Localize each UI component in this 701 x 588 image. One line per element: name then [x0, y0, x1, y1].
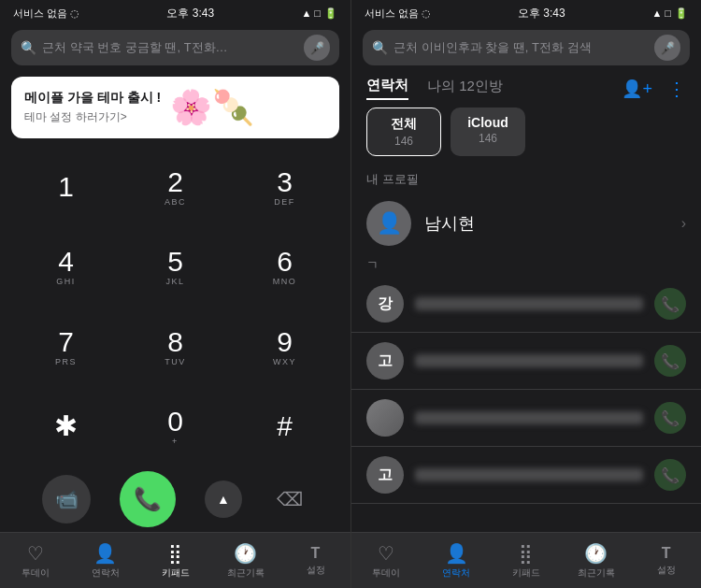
contact-avatar-1: 강	[366, 285, 404, 323]
phone-icon-2: 📞	[661, 352, 680, 370]
tab-contacts-left[interactable]: 👤 연락처	[79, 542, 131, 580]
phone-icon-3: 📞	[661, 409, 680, 427]
filter-icloud-label: iCloud	[467, 115, 508, 130]
status-right-text: ▲ □ 🔋	[301, 7, 337, 20]
contact-row-3[interactable]: 📞	[351, 390, 701, 447]
up-arrow-button[interactable]: ▲	[205, 480, 242, 518]
contact-row-1[interactable]: 강 📞	[351, 276, 701, 333]
search-placeholder-right: 근처 이비인후과 찾을 땐, T전화 검색	[393, 39, 649, 56]
up-arrow-icon: ▲	[217, 492, 230, 507]
tab-today-right[interactable]: ♡ 투데이	[361, 542, 412, 580]
search-icon: 🔍	[21, 40, 36, 55]
phone-icon-1: 📞	[661, 295, 680, 313]
tab-today-label: 투데이	[21, 566, 50, 580]
banner-subtitle: 테마 설정 하러가기>	[24, 109, 161, 125]
dial-key-6[interactable]: 6 MNO	[251, 243, 319, 292]
tab-settings-right[interactable]: T 설정	[640, 545, 692, 577]
dialpad-row-3: 7 PRS 8 TUV 9 WXY	[11, 308, 339, 387]
delete-icon: ⌫	[277, 488, 303, 510]
dial-key-5[interactable]: 5 JKL	[142, 243, 209, 292]
dialpad-row-2: 4 GHI 5 JKL 6 MNO	[11, 227, 339, 307]
contact-avatar-4: 고	[366, 456, 404, 494]
search-bar-left[interactable]: 🔍 근처 약국 번호 궁금할 땐, T전화… 🎤	[11, 30, 339, 65]
contact-row-4[interactable]: 고 📞	[351, 447, 701, 504]
call-button-2[interactable]: 📞	[654, 345, 686, 377]
tab-keypad-label-right: 키패드	[512, 566, 540, 580]
my-profile-row[interactable]: 👤 남시현 ›	[351, 192, 701, 255]
tab-today-label-right: 투데이	[372, 566, 400, 580]
mic-button-right[interactable]: 🎤	[654, 35, 680, 61]
my-profile-name: 남시현	[424, 212, 668, 235]
filter-all-count: 146	[394, 135, 413, 148]
dial-key-2[interactable]: 2 ABC	[142, 164, 209, 212]
keypad-icon-right: ⣿	[519, 542, 533, 565]
filter-all[interactable]: 전체 146	[366, 108, 441, 156]
call-button-4[interactable]: 📞	[654, 459, 686, 491]
today-icon-right: ♡	[378, 542, 394, 565]
dial-key-7[interactable]: 7 PRS	[33, 323, 100, 371]
search-bar-right[interactable]: 🔍 근처 이비인후과 찾을 땐, T전화 검색 🎤	[363, 30, 690, 65]
dial-key-3[interactable]: 3 DEF	[251, 164, 319, 212]
dial-key-star[interactable]: ✱	[33, 402, 100, 451]
tab-my-12[interactable]: 나의 12인방	[427, 78, 503, 99]
dialpad-row-4: ✱ 0 + #	[11, 387, 339, 466]
dial-key-9[interactable]: 9 WXY	[251, 323, 319, 371]
tab-keypad-left[interactable]: ⣿ 키패드	[150, 542, 201, 580]
call-button-1[interactable]: 📞	[654, 288, 686, 320]
tab-today-left[interactable]: ♡ 투데이	[9, 542, 61, 580]
tab-settings-label: 설정	[307, 564, 325, 577]
call-button[interactable]: 📞	[120, 471, 176, 527]
dial-key-1[interactable]: 1	[33, 164, 100, 212]
dial-key-4[interactable]: 4 GHI	[33, 243, 100, 292]
filter-icloud[interactable]: iCloud 146	[451, 108, 525, 156]
dialpad: 1 2 ABC 3 DEF 4 GHI 5 JKL 6	[0, 148, 350, 466]
tab-all-contacts[interactable]: 연락처	[366, 77, 408, 100]
chevron-right-icon: ›	[681, 215, 686, 232]
keypad-icon: ⣿	[168, 542, 182, 565]
mic-button-left[interactable]: 🎤	[304, 35, 330, 61]
contact-row-2[interactable]: 고 📞	[351, 333, 701, 390]
contact-avatar-3	[366, 399, 404, 437]
contact-name-1	[415, 297, 643, 310]
tab-settings-left[interactable]: T 설정	[290, 545, 341, 577]
dial-key-hash[interactable]: #	[251, 402, 319, 451]
promo-banner[interactable]: 메이플 가을 테마 출시 ! 테마 설정 하러가기> 🌸🍡	[11, 77, 339, 138]
video-call-button[interactable]: 📹	[42, 475, 91, 523]
filter-row: 전체 146 iCloud 146	[351, 108, 701, 167]
call-button-3[interactable]: 📞	[654, 402, 686, 434]
left-phone-screen: 서비스 없음 ◌ 오후 3:43 ▲ □ 🔋 🔍 근처 약국 번호 궁금할 땐,…	[0, 0, 350, 588]
banner-emoji: 🌸🍡	[170, 88, 254, 127]
dial-key-8[interactable]: 8 TUV	[142, 323, 209, 371]
right-phone-screen: 서비스 없음 ◌ 오후 3:43 ▲ □ 🔋 🔍 근처 이비인후과 찾을 땐, …	[350, 0, 701, 588]
status-bar-left: 서비스 없음 ◌ 오후 3:43 ▲ □ 🔋	[0, 0, 350, 26]
section-letter-ga: ㄱ	[351, 255, 701, 276]
status-right-center-text: 오후 3:43	[518, 6, 565, 22]
status-left-text: 서비스 없음 ◌	[13, 7, 79, 21]
my-profile-section-header: 내 프로필	[351, 167, 701, 192]
tab-recents-label: 최근기록	[227, 566, 265, 580]
tab-bar-right: ♡ 투데이 👤 연락처 ⣿ 키패드 🕐 최근기록 T 설정	[351, 532, 701, 588]
phone-icon-4: 📞	[661, 466, 680, 484]
add-contact-button[interactable]: 👤+	[622, 79, 652, 99]
video-icon: 📹	[55, 488, 79, 510]
more-options-button[interactable]: ⋮	[667, 78, 686, 100]
person-icon: 👤	[377, 211, 402, 236]
tab-keypad-right[interactable]: ⣿ 키패드	[500, 542, 551, 580]
tab-keypad-label: 키패드	[162, 566, 190, 580]
contacts-tabs: 연락처 나의 12인방 👤+ ⋮	[351, 73, 701, 108]
status-right-left-text: 서비스 없음 ◌	[365, 7, 431, 21]
dialpad-row-1: 1 2 ABC 3 DEF	[11, 148, 339, 227]
filter-all-label: 전체	[391, 116, 417, 133]
tab-recents-right[interactable]: 🕐 최근기록	[570, 542, 622, 580]
banner-text: 메이플 가을 테마 출시 ! 테마 설정 하러가기>	[24, 90, 161, 125]
contacts-icon-right: 👤	[445, 542, 468, 565]
today-icon: ♡	[27, 542, 44, 565]
contacts-icon: 👤	[93, 542, 117, 565]
contact-avatar-2: 고	[366, 342, 404, 380]
tab-contacts-right[interactable]: 👤 연락처	[431, 542, 482, 580]
tab-recents-left[interactable]: 🕐 최근기록	[220, 542, 271, 580]
filter-icloud-count: 146	[479, 132, 497, 145]
delete-button[interactable]: ⌫	[271, 480, 308, 518]
status-bar-right: 서비스 없음 ◌ 오후 3:43 ▲ □ 🔋	[351, 0, 701, 26]
dial-key-0[interactable]: 0 +	[142, 402, 209, 451]
